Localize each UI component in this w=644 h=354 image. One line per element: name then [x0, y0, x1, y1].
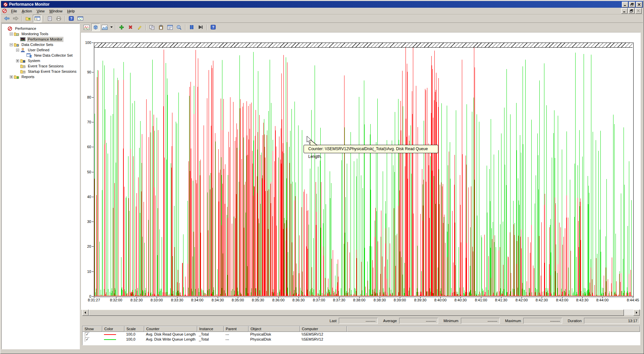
- x-tick-label: 8:38:30: [370, 298, 390, 302]
- y-tick-label: 40: [77, 195, 91, 199]
- tree-item-label: User Defined: [27, 48, 50, 52]
- export-list-icon[interactable]: [45, 15, 54, 22]
- tree-item-data-collector-sets[interactable]: Data Collector Sets: [2, 42, 79, 47]
- back-icon[interactable]: [2, 15, 11, 22]
- legend-header-object[interactable]: Object: [249, 326, 300, 332]
- tree-item-new-data-collector-set[interactable]: New Data Collector Set: [2, 53, 79, 58]
- user-icon: [20, 48, 26, 52]
- x-tick-mark: [157, 297, 157, 298]
- main-toolbar: ?: [1, 14, 643, 23]
- x-tick-label: 8:35:00: [228, 298, 248, 302]
- delete-icon[interactable]: [126, 23, 135, 31]
- tree-item-system[interactable]: System: [2, 58, 79, 63]
- freeze-display-icon[interactable]: [187, 23, 196, 31]
- update-data-icon[interactable]: [196, 23, 205, 31]
- paste-counter-list-icon[interactable]: [157, 23, 165, 31]
- add-icon[interactable]: [117, 23, 126, 31]
- zoom-icon[interactable]: [175, 23, 183, 31]
- scroll-left-button[interactable]: [82, 309, 89, 316]
- dcs-icon: [26, 53, 33, 58]
- legend-header-parent[interactable]: Parent: [224, 326, 249, 332]
- menu-view[interactable]: View: [34, 8, 47, 14]
- x-tick-mark: [319, 297, 319, 298]
- x-tick-mark: [359, 297, 360, 298]
- scroll-right-button[interactable]: [633, 309, 640, 316]
- stat-maximum: Maximum--------: [505, 318, 562, 324]
- perfmon-app-icon: [3, 2, 8, 7]
- expander-plus-icon[interactable]: [9, 75, 13, 78]
- tree-item-startup-event-trace-sessions[interactable]: Startup Event Trace Sessions: [2, 69, 79, 74]
- new-window-icon[interactable]: [76, 15, 85, 22]
- highlight-icon[interactable]: [135, 23, 144, 31]
- tree-item-event-trace-sessions[interactable]: Event Trace Sessions: [2, 63, 79, 69]
- y-tick-mark: [92, 97, 94, 98]
- x-tick-mark: [420, 297, 421, 298]
- legend-header-instance[interactable]: Instance: [197, 326, 224, 332]
- chart-properties-icon[interactable]: [166, 23, 174, 31]
- legend-header-computer[interactable]: Computer: [300, 326, 347, 332]
- tree-item-label: Monitoring Tools: [21, 32, 49, 36]
- legend-instance: _Total: [197, 337, 224, 342]
- tree-item-performance[interactable]: Performance: [2, 26, 79, 31]
- restore-button[interactable]: [629, 2, 635, 7]
- copy-properties-icon[interactable]: [148, 23, 156, 31]
- folder-chart-icon: [14, 32, 20, 36]
- tree-item-performance-monitor[interactable]: Performance Monitor: [2, 37, 79, 42]
- legend-show-checkbox[interactable]: ✓: [83, 337, 102, 342]
- legend-header-counter[interactable]: Counter: [144, 326, 197, 332]
- chart-type-dropdown-caret[interactable]: [109, 24, 114, 31]
- x-tick-mark: [238, 297, 238, 298]
- stat-label: Maximum: [505, 319, 521, 323]
- help-icon[interactable]: ?: [209, 23, 217, 31]
- x-tick-mark: [522, 297, 522, 298]
- minimize-button[interactable]: [621, 8, 628, 14]
- up-one-level-icon[interactable]: [24, 15, 33, 22]
- toolbar-separator: [146, 24, 146, 30]
- x-tick-label: 8:41:00: [471, 298, 491, 302]
- scroll-right-icon: [635, 311, 638, 314]
- expander-plus-icon[interactable]: [16, 59, 19, 62]
- x-tick-mark: [501, 297, 501, 298]
- legend-header-color[interactable]: Color: [102, 326, 124, 332]
- checkbox-icon[interactable]: ✓: [85, 337, 90, 342]
- x-tick-label: 8:37:00: [309, 298, 329, 302]
- close-button[interactable]: [635, 8, 642, 14]
- expander-minus-icon[interactable]: [9, 43, 13, 46]
- stat-value: --------: [339, 318, 378, 324]
- expander-minus-icon[interactable]: [9, 33, 13, 36]
- x-tick-mark: [177, 297, 177, 298]
- folder-trace-icon: [20, 69, 26, 74]
- checkbox-icon[interactable]: ✓: [85, 332, 90, 337]
- close-button[interactable]: [636, 2, 642, 7]
- tree-item-user-defined[interactable]: User Defined: [2, 47, 79, 53]
- menu-action[interactable]: Action: [19, 8, 35, 14]
- menu-items: FileActionViewWindowHelp: [9, 8, 77, 14]
- x-tick-label: 8:40:30: [450, 298, 471, 302]
- x-tick-label: 8:42:00: [512, 298, 532, 302]
- folder-sys-icon: [20, 58, 26, 63]
- help-icon[interactable]: ?: [67, 15, 75, 22]
- properties-icon[interactable]: [54, 15, 63, 22]
- menu-window[interactable]: Window: [47, 8, 65, 14]
- view-log-data-icon[interactable]: [91, 23, 100, 31]
- minimize-button[interactable]: [622, 2, 628, 7]
- x-tick-mark: [633, 297, 633, 298]
- chart-type-icon[interactable]: [100, 23, 109, 31]
- menu-help[interactable]: Help: [65, 8, 77, 14]
- view-current-activity-icon[interactable]: [82, 23, 91, 31]
- show-hide-console-tree-icon[interactable]: [33, 15, 42, 22]
- tree-item-reports[interactable]: Reports: [2, 74, 79, 79]
- restore-button[interactable]: [628, 8, 635, 14]
- forward-icon[interactable]: [11, 15, 20, 22]
- x-tick-label: 8:38:00: [349, 298, 369, 302]
- tree-item-monitoring-tools[interactable]: Monitoring Tools: [2, 31, 79, 37]
- menu-file[interactable]: File: [9, 8, 19, 14]
- legend-header-scale[interactable]: Scale: [124, 326, 144, 332]
- legend-show-checkbox[interactable]: ✓: [83, 332, 102, 337]
- expander-minus-icon[interactable]: [16, 49, 19, 52]
- legend-header-show[interactable]: Show: [83, 326, 102, 332]
- horizontal-scrollbar[interactable]: [82, 309, 640, 315]
- y-tick-mark: [92, 197, 94, 197]
- scrollbar-thumb[interactable]: [89, 309, 624, 316]
- scroll-left-icon: [84, 311, 87, 314]
